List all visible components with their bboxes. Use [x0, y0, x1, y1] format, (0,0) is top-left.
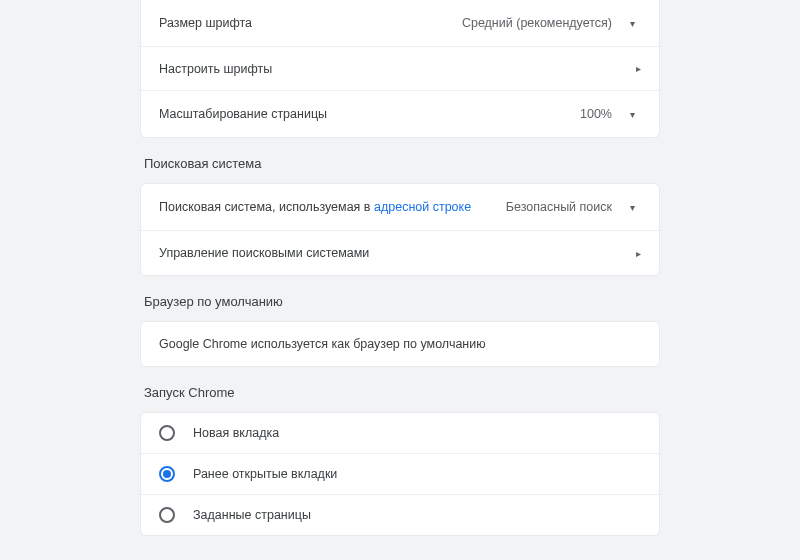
startup-option-continue[interactable]: Ранее открытые вкладки: [141, 454, 659, 495]
appearance-card: Размер шрифта Средний (рекомендуется) ▾ …: [140, 0, 660, 138]
search-engine-card: Поисковая система, используемая в адресн…: [140, 183, 660, 276]
page-zoom-row: Масштабирование страницы 100% ▾: [141, 91, 659, 137]
startup-option-label: Заданные страницы: [193, 508, 311, 522]
search-engine-title: Поисковая система: [144, 156, 660, 171]
customize-fonts-row[interactable]: Настроить шрифты ▸: [141, 47, 659, 91]
font-size-dropdown[interactable]: Средний (рекомендуется) ▾: [456, 12, 641, 34]
font-size-row: Размер шрифта Средний (рекомендуется) ▾: [141, 0, 659, 47]
search-engine-label: Поисковая система, используемая в адресн…: [159, 200, 471, 214]
address-bar-link[interactable]: адресной строке: [374, 200, 471, 214]
caret-down-icon: ▾: [630, 109, 635, 120]
page-zoom-dropdown[interactable]: 100% ▾: [574, 103, 641, 125]
page-zoom-label: Масштабирование страницы: [159, 107, 327, 121]
default-browser-card: Google Chrome используется как браузер п…: [140, 321, 660, 367]
startup-option-specific-pages[interactable]: Заданные страницы: [141, 495, 659, 535]
search-engine-row: Поисковая система, используемая в адресн…: [141, 184, 659, 231]
on-startup-card: Новая вкладка Ранее открытые вкладки Зад…: [140, 412, 660, 536]
chevron-right-icon: ▸: [636, 63, 641, 74]
default-browser-status: Google Chrome используется как браузер п…: [159, 337, 486, 351]
radio-icon: [159, 425, 175, 441]
customize-fonts-label: Настроить шрифты: [159, 62, 272, 76]
page-zoom-value: 100%: [580, 107, 612, 121]
startup-option-new-tab[interactable]: Новая вкладка: [141, 413, 659, 454]
default-browser-status-row: Google Chrome используется как браузер п…: [141, 322, 659, 366]
chevron-right-icon: ▸: [636, 248, 641, 259]
caret-down-icon: ▾: [630, 202, 635, 213]
font-size-label: Размер шрифта: [159, 16, 252, 30]
manage-search-engines-label: Управление поисковыми системами: [159, 246, 369, 260]
search-engine-dropdown[interactable]: Безопасный поиск ▾: [500, 196, 641, 218]
search-engine-label-prefix: Поисковая система, используемая в: [159, 200, 374, 214]
radio-checked-icon: [159, 466, 175, 482]
default-browser-title: Браузер по умолчанию: [144, 294, 660, 309]
search-engine-value: Безопасный поиск: [506, 200, 612, 214]
radio-icon: [159, 507, 175, 523]
manage-search-engines-row[interactable]: Управление поисковыми системами ▸: [141, 231, 659, 275]
font-size-value: Средний (рекомендуется): [462, 16, 612, 30]
on-startup-title: Запуск Chrome: [144, 385, 660, 400]
caret-down-icon: ▾: [630, 18, 635, 29]
startup-option-label: Ранее открытые вкладки: [193, 467, 337, 481]
startup-option-label: Новая вкладка: [193, 426, 279, 440]
